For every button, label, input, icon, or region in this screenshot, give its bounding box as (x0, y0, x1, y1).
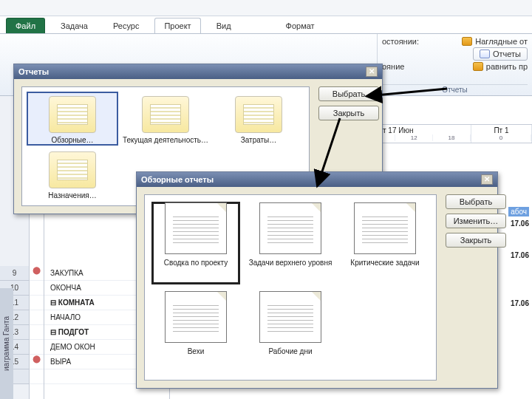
close-icon[interactable]: ✕ (366, 66, 378, 77)
overview-icon (49, 96, 96, 133)
baseline-text: ояние (382, 62, 404, 71)
tab-view[interactable]: Вид (207, 18, 241, 33)
quick-access-toolbar (0, 0, 532, 16)
category-costs[interactable]: Затраты… (214, 93, 303, 144)
report-thumb-icon (165, 202, 227, 254)
chart-icon (462, 37, 472, 46)
view-side-tab[interactable]: иаграмма Ганта (0, 288, 13, 399)
tab-resource[interactable]: Ресурс (103, 18, 149, 33)
timeline-resource-label: абоч (508, 207, 529, 216)
assignments-icon (49, 151, 96, 188)
report-label: Рабочие дни (247, 347, 334, 355)
ribbon-group-reports: остоянии: Наглядные от Отчеты ояние равн… (377, 34, 532, 95)
close-button[interactable]: Закрыть (446, 233, 506, 248)
report-icon (480, 50, 490, 58)
report-thumb-icon (354, 202, 416, 254)
category-current-activity[interactable]: Текущая деятельность… (121, 93, 210, 144)
report-project-summary[interactable]: Сводка по проекту (152, 202, 239, 284)
indicator-cell (30, 325, 44, 340)
compare-projects-button[interactable]: равнить пр (486, 62, 528, 71)
indicator-cell (30, 296, 44, 310)
tab-task[interactable]: Задача (51, 18, 98, 33)
report-label: Критические задачи (341, 259, 429, 267)
indicator-cell (30, 340, 44, 355)
report-list: Сводка по проекту Задачи верхнего уровня… (144, 194, 437, 381)
report-label: Сводка по проекту (152, 259, 239, 267)
tab-file[interactable]: Файл (6, 18, 45, 33)
timeline-labels: абоч 17.06 17.06 17.06 (508, 207, 529, 307)
timeline-date-label: 17.06 (508, 299, 529, 307)
timeline-date-label: 17.06 (508, 251, 529, 259)
edit-button[interactable]: Изменить… (446, 214, 506, 228)
ribbon-group-label: Отчеты (382, 84, 528, 95)
dialog-titlebar[interactable]: Обзорные отчеты ✕ (137, 172, 497, 187)
dialog-titlebar[interactable]: Отчеты ✕ (14, 64, 382, 79)
dialog-buttons: Выбрать Изменить… Закрыть (446, 194, 506, 381)
indicator-cell (30, 310, 44, 325)
category-label: Обзорные… (28, 136, 117, 144)
report-critical-tasks[interactable]: Критические задачи (341, 202, 429, 284)
tab-format[interactable]: Формат (276, 18, 324, 33)
report-thumb-icon (259, 291, 321, 343)
report-milestones[interactable]: Вехи (152, 291, 239, 372)
costs-icon (235, 96, 282, 133)
compare-icon (473, 62, 483, 71)
overview-reports-dialog: Обзорные отчеты ✕ Сводка по проекту Зада… (136, 171, 498, 389)
tab-project[interactable]: Проект (154, 18, 200, 33)
report-top-level-tasks[interactable]: Задачи верхнего уровня (247, 202, 334, 284)
category-assignments[interactable]: Назначения… (28, 149, 117, 200)
category-label: Текущая деятельность… (121, 136, 210, 144)
report-thumb-icon (165, 291, 227, 343)
category-label: Назначения… (28, 191, 117, 200)
report-thumb-icon (259, 202, 321, 254)
timescale-day: Пт 1 0 (471, 125, 532, 143)
indicator-cell: ⬤ (30, 355, 44, 369)
row-number[interactable]: 9 (0, 266, 29, 281)
activity-icon (142, 96, 189, 133)
indicator-cell (30, 369, 44, 384)
indicator-cell: ⬤ (30, 266, 44, 281)
report-working-days[interactable]: Рабочие дни (247, 291, 334, 372)
indicator-cell (30, 281, 44, 296)
dialog-title: Обзорные отчеты (141, 175, 214, 184)
timeline-date-label: 17.06 (508, 219, 529, 228)
report-label: Вехи (152, 347, 239, 355)
dialog-title: Отчеты (18, 67, 49, 76)
report-label: Задачи верхнего уровня (247, 259, 334, 267)
category-label: Затраты… (214, 136, 303, 144)
close-icon[interactable]: ✕ (481, 174, 493, 185)
reports-button[interactable]: Отчеты (473, 47, 528, 61)
select-button[interactable]: Выбрать (318, 86, 379, 101)
visual-reports-button[interactable]: Наглядные от (475, 37, 528, 46)
ribbon-tabs: Файл Задача Ресурс Проект Вид Формат (0, 16, 532, 34)
reports-button-label: Отчеты (493, 50, 521, 58)
status-date-label: остоянии: (382, 37, 419, 46)
category-overview[interactable]: Обзорные… (28, 93, 117, 144)
close-button[interactable]: Закрыть (318, 106, 379, 120)
select-button[interactable]: Выбрать (446, 194, 506, 209)
